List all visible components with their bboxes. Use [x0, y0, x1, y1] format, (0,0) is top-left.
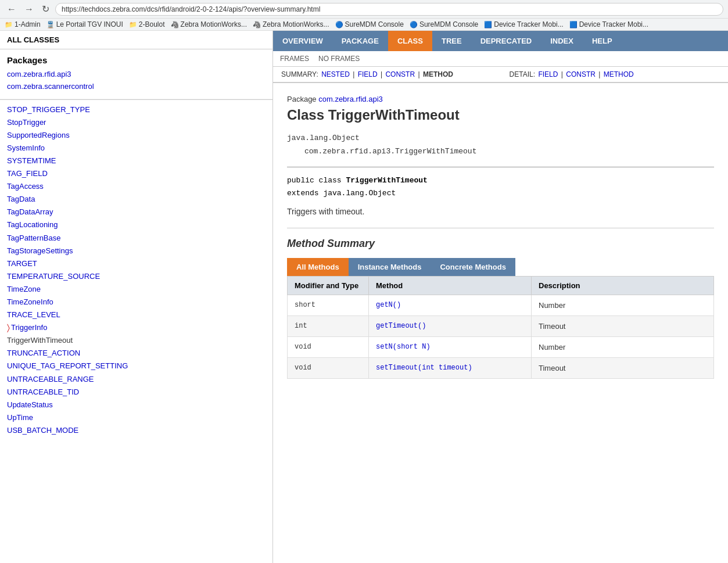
method-link-gettimeout[interactable]: getTimeout() — [376, 322, 426, 330]
col-description: Description — [532, 276, 714, 295]
bookmark-zebra2[interactable]: 🦓 Zebra MotionWorks... — [253, 20, 329, 28]
nav-class[interactable]: CLASS — [388, 31, 432, 51]
sidebar-item-tag-field[interactable]: TAG_FIELD — [7, 167, 266, 180]
package-name-link[interactable]: com.zebra.rfid.api3 — [318, 95, 383, 103]
nav-deprecated[interactable]: DEPRECATED — [471, 31, 541, 51]
package-link-rfid[interactable]: com.zebra.rfid.api3 — [7, 69, 266, 81]
sidebar-item-trigger-with-timeout[interactable]: TriggerWithTimeout — [7, 334, 266, 347]
sidebar-item-stop-trigger-type[interactable]: STOP_TRIGGER_TYPE — [7, 103, 266, 116]
sidebar-item-supported-regions[interactable]: SupportedRegions — [7, 129, 266, 142]
main-area: ALL CLASSES Packages com.zebra.rfid.api3… — [0, 31, 728, 563]
sidebar-item-system-info[interactable]: SystemInfo — [7, 142, 266, 155]
detail-constr[interactable]: CONSTR — [566, 70, 596, 78]
sidebar-item-tag-data-array[interactable]: TagDataArray — [7, 206, 266, 218]
package-link-scanner[interactable]: com.zebra.scannercontrol — [7, 81, 266, 93]
sidebar-packages: Packages com.zebra.rfid.api3 com.zebra.s… — [0, 49, 272, 99]
sidebar-item-tag-data[interactable]: TagData — [7, 193, 266, 206]
desc-cell: Timeout — [532, 357, 714, 378]
bookmark-tracker2[interactable]: 🟦 Device Tracker Mobi... — [569, 20, 648, 28]
method-link-getn[interactable]: getN() — [376, 301, 401, 309]
sidebar-item-untraceable-tid[interactable]: UNTRACEABLE_TID — [7, 386, 266, 399]
sidebar-item-uptime[interactable]: UpTime — [7, 411, 266, 424]
inheritance-hr — [287, 167, 714, 167]
nav-overview[interactable]: OVERVIEW — [273, 31, 332, 51]
sidebar-item-untraceable-range[interactable]: UNTRACEABLE_RANGE — [7, 373, 266, 386]
summary-field[interactable]: FIELD — [358, 70, 378, 78]
table-row: int getTimeout() Timeout — [288, 315, 714, 336]
bookmark-suremdm2[interactable]: 🔵 SureMDM Console — [410, 20, 478, 28]
train-icon: 🚆 — [46, 21, 55, 28]
sep1: | — [353, 70, 356, 78]
sidebar-list-container[interactable]: STOP_TRIGGER_TYPE StopTrigger SupportedR… — [0, 100, 272, 563]
forward-button[interactable]: → — [22, 3, 36, 16]
sidebar-item-truncate-action[interactable]: TRUNCATE_ACTION — [7, 347, 266, 360]
suremdm-icon: 🔵 — [335, 21, 343, 28]
summary-nested[interactable]: NESTED — [321, 70, 350, 78]
sidebar-item-target[interactable]: TARGET — [7, 257, 266, 270]
method-table: Modifier and Type Method Description sho… — [287, 276, 714, 379]
bookmark-admin[interactable]: 📁 1-Admin — [5, 20, 41, 28]
tab-all-methods[interactable]: All Methods — [287, 258, 349, 276]
sidebar-item-trace-level[interactable]: TRACE_LEVEL — [7, 309, 266, 321]
sidebar-header: ALL CLASSES — [0, 31, 272, 49]
sidebar-item-timezone-info[interactable]: TimeZoneInfo — [7, 296, 266, 309]
detail-method[interactable]: METHOD — [604, 70, 634, 78]
sidebar-item-unique-tag-report[interactable]: UNIQUE_TAG_REPORT_SETTING — [7, 360, 266, 372]
sep5: | — [598, 70, 602, 78]
tracker-icon: 🟦 — [484, 21, 492, 28]
inheritance-tree: java.lang.Object com.zebra.rfid.api3.Tri… — [287, 131, 714, 159]
bookmark-tracker1[interactable]: 🟦 Device Tracker Mobi... — [484, 20, 563, 28]
desc-cell: Timeout — [532, 315, 714, 336]
bookmark-label: Device Tracker Mobi... — [494, 20, 563, 28]
sidebar-item-temperature-source[interactable]: TEMPERATURE_SOURCE — [7, 270, 266, 283]
nav-help[interactable]: HELP — [583, 31, 622, 51]
suremdm-icon: 🔵 — [410, 21, 418, 28]
sep3: | — [418, 70, 421, 78]
sidebar-item-usb-batch-mode[interactable]: USB_BATCH_MODE — [7, 424, 266, 437]
tab-concrete-methods[interactable]: Concrete Methods — [431, 258, 515, 276]
frames-link[interactable]: FRAMES — [280, 55, 309, 63]
summary-nav: SUMMARY: NESTED | FIELD | CONSTR | METHO… — [273, 67, 728, 83]
sidebar-item-timezone[interactable]: TimeZone — [7, 283, 266, 296]
sidebar-item-tag-locationing[interactable]: TagLocationing — [7, 218, 266, 231]
bookmark-suremdm1[interactable]: 🔵 SureMDM Console — [335, 20, 404, 28]
zebra-icon: 🦓 — [253, 21, 261, 28]
parent-class: java.lang.Object — [287, 131, 714, 145]
back-button[interactable]: ← — [5, 3, 19, 16]
bookmark-label: SureMDM Console — [345, 20, 404, 28]
sidebar-item-update-status[interactable]: UpdateStatus — [7, 399, 266, 411]
no-frames-link[interactable]: NO FRAMES — [318, 55, 360, 63]
sidebar-item-tag-pattern-base[interactable]: TagPatternBase — [7, 232, 266, 245]
type-cell: short — [288, 295, 369, 315]
address-bar[interactable]: https://techdocs.zebra.com/dcs/rfid/andr… — [55, 3, 723, 16]
bookmark-tgv[interactable]: 🚆 Le Portail TGV INOUI — [46, 20, 123, 28]
detail-field[interactable]: FIELD — [538, 70, 558, 78]
content-area: OVERVIEW PACKAGE CLASS TREE DEPRECATED I… — [273, 31, 728, 563]
sidebar-item-trigger-info[interactable]: TriggerInfo — [11, 321, 47, 334]
sidebar-item-tag-storage-settings[interactable]: TagStorageSettings — [7, 245, 266, 257]
method-cell: setN(short N) — [369, 336, 532, 357]
folder-icon: 📁 — [129, 21, 137, 28]
method-link-setn[interactable]: setN(short N) — [376, 343, 431, 351]
table-row: void setN(short N) Number — [288, 336, 714, 357]
sidebar-list: STOP_TRIGGER_TYPE StopTrigger SupportedR… — [7, 103, 266, 437]
sidebar-item-stop-trigger[interactable]: StopTrigger — [7, 116, 266, 129]
bookmark-label: SureMDM Console — [419, 20, 478, 28]
bookmark-boulot[interactable]: 📁 2-Boulot — [129, 20, 165, 28]
class-signature: public class TriggerWithTimeout extends … — [287, 174, 714, 200]
refresh-button[interactable]: ↻ — [40, 2, 52, 16]
sidebar-item-tag-access[interactable]: TagAccess — [7, 180, 266, 193]
nav-index[interactable]: INDEX — [541, 31, 583, 51]
tracker-icon: 🟦 — [569, 21, 578, 28]
zebra-icon: 🦓 — [171, 21, 179, 28]
bookmark-label: Zebra MotionWorks... — [263, 20, 329, 28]
sidebar: ALL CLASSES Packages com.zebra.rfid.api3… — [0, 31, 273, 563]
bookmark-zebra1[interactable]: 🦓 Zebra MotionWorks... — [171, 20, 247, 28]
sidebar-item-systemtime[interactable]: SYSTEMTIME — [7, 155, 266, 167]
nav-package[interactable]: PACKAGE — [332, 31, 388, 51]
tab-instance-methods[interactable]: Instance Methods — [349, 258, 431, 276]
method-cell: getTimeout() — [369, 315, 532, 336]
summary-constr[interactable]: CONSTR — [385, 70, 415, 78]
nav-tree[interactable]: TREE — [432, 31, 471, 51]
method-link-settimeout[interactable]: setTimeout(int timeout) — [376, 364, 472, 372]
